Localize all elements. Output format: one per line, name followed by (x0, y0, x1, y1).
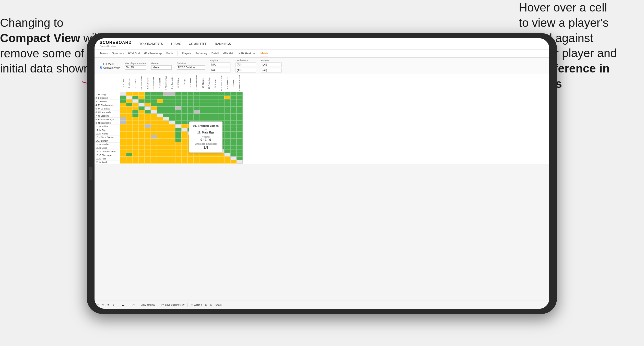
cell-2-11[interactable] (181, 96, 188, 99)
cell-3-10[interactable] (175, 99, 181, 103)
cell-11-6[interactable] (151, 128, 157, 131)
cell-3-12[interactable] (188, 99, 194, 103)
cell-3-8[interactable] (163, 99, 169, 103)
cell-4-4[interactable] (138, 103, 145, 106)
sub-nav-h2h-grid1[interactable]: H2H Grid (128, 51, 140, 56)
max-players-select[interactable]: Top 25 (125, 65, 146, 70)
cell-9-7[interactable] (157, 121, 163, 124)
cell-11-2[interactable] (126, 128, 132, 131)
cell-11-3[interactable] (132, 128, 138, 131)
cell-8-15[interactable] (206, 117, 212, 121)
sub-nav-teams[interactable]: Teams (100, 51, 108, 56)
cell-11-19[interactable] (230, 128, 237, 131)
cell-2-7[interactable] (157, 96, 163, 99)
cell-9-6[interactable] (151, 121, 157, 124)
cell-18-7[interactable] (157, 153, 163, 156)
cell-7-6[interactable] (151, 114, 157, 117)
cell-2-6[interactable] (151, 96, 157, 99)
cell-6-3[interactable] (132, 110, 138, 114)
cell-11-20[interactable] (237, 128, 243, 131)
cell-9-20[interactable] (237, 121, 243, 124)
cell-16-4[interactable] (138, 146, 145, 149)
cell-11-7[interactable] (157, 128, 163, 131)
cell-3-13[interactable] (194, 99, 200, 103)
cell-1-19[interactable] (230, 92, 237, 96)
cell-11-9[interactable] (169, 128, 175, 131)
cell-5-18[interactable] (224, 106, 230, 110)
cell-12-19[interactable] (230, 131, 237, 135)
cell-1-16[interactable] (212, 92, 218, 96)
cell-16-7[interactable] (157, 146, 163, 149)
cell-7-13[interactable] (194, 114, 200, 117)
cell-6-5[interactable] (145, 110, 151, 114)
view-original-button[interactable]: View: Original (141, 304, 155, 306)
cell-11-1[interactable] (120, 128, 126, 131)
cell-1-3[interactable] (132, 92, 138, 96)
cell-4-20[interactable] (237, 103, 243, 106)
cell-1-5[interactable] (145, 92, 151, 96)
cell-19-4[interactable] (138, 156, 145, 160)
cell-6-2[interactable] (126, 110, 132, 114)
cell-18-20[interactable] (237, 153, 243, 156)
cell-15-9[interactable] (169, 142, 175, 146)
cell-4-11[interactable] (181, 103, 188, 106)
cell-18-18[interactable] (224, 153, 230, 156)
cell-19-12[interactable] (188, 156, 194, 160)
cell-13-1[interactable] (120, 135, 126, 139)
cell-13-20[interactable] (237, 135, 243, 139)
cell-7-9[interactable] (169, 114, 175, 117)
cell-20-15[interactable] (206, 160, 212, 164)
cell-6-20[interactable] (237, 110, 243, 114)
cell-4-12[interactable] (188, 103, 194, 106)
cell-6-12[interactable] (188, 110, 194, 114)
cell-4-19[interactable] (230, 103, 237, 106)
cell-6-4[interactable] (138, 110, 145, 114)
cell-4-2[interactable] (126, 103, 132, 106)
conference-select2[interactable]: (All) (236, 68, 256, 72)
cell-18-16[interactable] (212, 153, 218, 156)
cell-1-11[interactable] (181, 92, 188, 96)
cell-20-10[interactable] (175, 160, 181, 164)
cell-20-7[interactable] (157, 160, 163, 164)
cell-3-2[interactable] (126, 99, 132, 103)
cell-8-18[interactable] (224, 117, 230, 121)
cell-6-8[interactable] (163, 110, 169, 114)
cell-3-4[interactable] (138, 99, 145, 103)
cell-19-10[interactable] (175, 156, 181, 160)
cell-7-17[interactable] (218, 114, 224, 117)
cell-17-4[interactable] (138, 149, 145, 153)
cell-12-4[interactable] (138, 131, 145, 135)
cell-18-15[interactable] (206, 153, 212, 156)
cell-1-9[interactable] (169, 92, 175, 96)
cell-5-4[interactable] (138, 106, 145, 110)
cell-5-19[interactable] (230, 106, 237, 110)
cell-6-15[interactable] (206, 110, 212, 114)
share-button[interactable]: Share (215, 304, 221, 306)
cell-18-5[interactable] (145, 153, 151, 156)
cell-18-10[interactable] (175, 153, 181, 156)
cell-18-11[interactable] (181, 153, 188, 156)
cell-17-11[interactable] (181, 149, 188, 153)
cell-17-18[interactable] (224, 149, 230, 153)
zoom-in-button[interactable]: + (127, 304, 128, 306)
cell-8-17[interactable] (218, 117, 224, 121)
division-select[interactable]: NCAA Division I (177, 65, 205, 70)
cell-10-6[interactable] (151, 124, 157, 128)
cell-4-17[interactable] (218, 103, 224, 106)
cell-10-8[interactable] (163, 124, 169, 128)
cell-7-12[interactable] (188, 114, 194, 117)
cell-13-18[interactable] (224, 135, 230, 139)
cell-9-8[interactable] (163, 121, 169, 124)
cell-3-6[interactable] (151, 99, 157, 103)
cell-5-7[interactable] (157, 106, 163, 110)
cell-14-7[interactable] (157, 139, 163, 142)
cell-2-12[interactable] (188, 96, 194, 99)
cell-16-2[interactable] (126, 146, 132, 149)
cell-2-5[interactable] (145, 96, 151, 99)
cell-10-7[interactable] (157, 124, 163, 128)
cell-7-20[interactable] (237, 114, 243, 117)
cell-3-14[interactable] (200, 99, 206, 103)
grid-button[interactable]: ⊟ (210, 304, 212, 306)
tablet-home-button[interactable] (89, 167, 92, 180)
cell-15-7[interactable] (157, 142, 163, 146)
